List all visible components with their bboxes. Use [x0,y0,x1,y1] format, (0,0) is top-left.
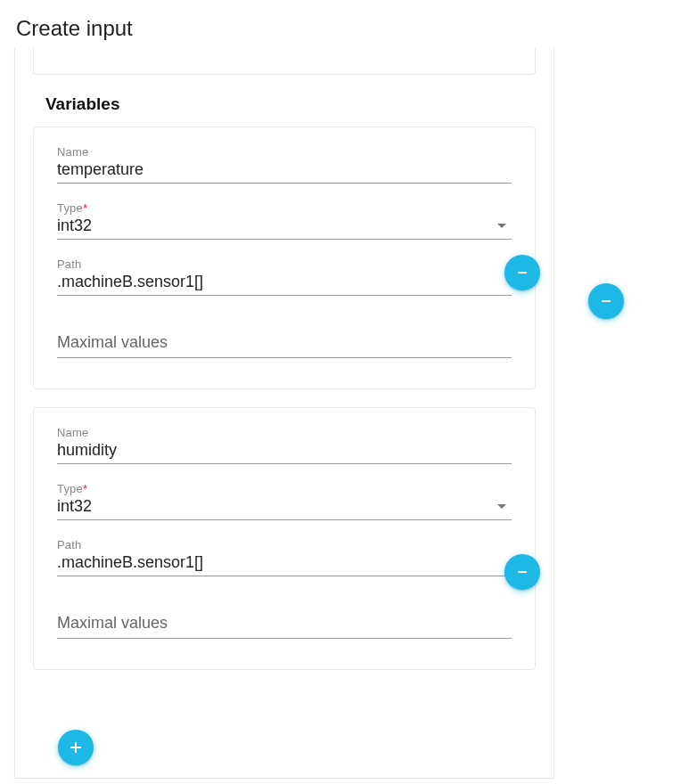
name-field: Name [57,145,512,184]
type-label: Type* [57,482,512,495]
path-field: Path [57,538,512,576]
type-label-text: Type [57,201,83,215]
previous-card-placeholder [33,48,536,75]
type-value: int32 [57,216,497,235]
minus-icon [599,294,613,308]
remove-variable-button[interactable] [504,255,540,290]
type-label-text: Type [57,482,83,495]
name-input-row[interactable] [57,439,512,464]
remove-section-button[interactable] [588,283,624,319]
name-label: Name [57,145,512,159]
chevron-down-icon [497,224,506,228]
page-title: Create input [0,0,697,48]
minus-icon [515,265,529,280]
path-input[interactable] [57,273,512,291]
plus-icon [69,740,83,755]
name-input[interactable] [57,441,512,460]
type-field: Type* int32 [57,201,512,240]
variable-card: Name Type* int32 Path Maximal values [33,127,536,389]
name-input[interactable] [57,160,512,179]
max-values-placeholder: Maximal values [57,614,168,632]
path-input[interactable] [57,553,512,572]
name-input-row[interactable] [57,159,512,184]
type-label: Type* [57,201,512,215]
max-values-placeholder: Maximal values [57,333,168,351]
max-values-field[interactable]: Maximal values [57,608,512,639]
variables-section-title: Variables [15,75,554,121]
type-value: int32 [57,497,497,516]
type-field: Type* int32 [57,482,512,520]
outer-panel: Variables Name Type* int32 Path Maxim [14,48,554,779]
add-variable-button[interactable] [58,730,94,765]
name-field: Name [57,426,512,464]
path-label: Path [57,538,512,551]
remove-variable-button[interactable] [504,554,540,590]
path-input-row[interactable] [57,551,512,576]
type-select[interactable]: int32 [57,215,512,240]
required-mark: * [83,482,87,495]
max-values-field[interactable]: Maximal values [57,328,512,358]
required-mark: * [83,201,87,215]
variable-card: Name Type* int32 Path Maximal values [33,407,536,670]
path-input-row[interactable] [57,271,512,296]
chevron-down-icon [497,504,506,509]
minus-icon [515,565,529,579]
path-field: Path [57,257,512,296]
type-select[interactable]: int32 [57,495,512,520]
name-label: Name [57,426,512,439]
path-label: Path [57,257,512,271]
